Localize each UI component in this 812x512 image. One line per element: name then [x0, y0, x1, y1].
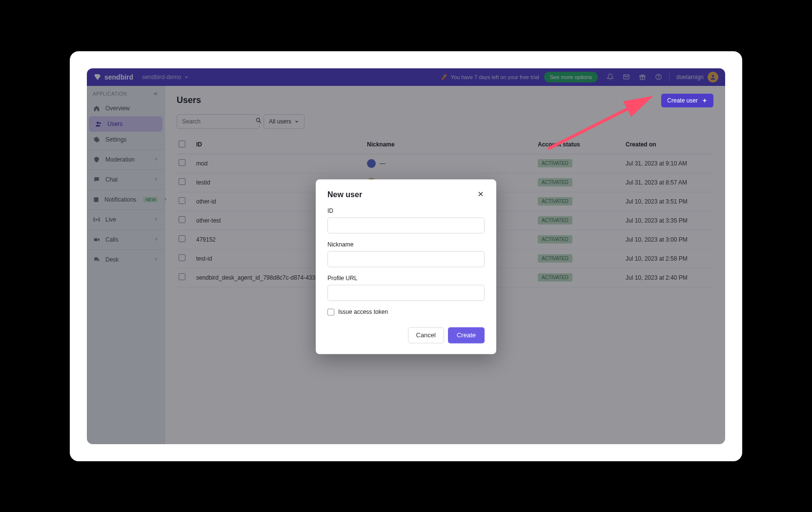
issue-token-checkbox[interactable] — [327, 308, 334, 315]
create-user-button[interactable]: Create user — [661, 94, 713, 107]
issue-token-label: Issue access token — [338, 308, 388, 315]
new-user-modal: New user ID Nickname Profile URL Issue a… — [316, 179, 496, 354]
create-button[interactable]: Create — [448, 327, 485, 343]
cancel-button[interactable]: Cancel — [408, 327, 444, 343]
close-icon[interactable] — [477, 190, 485, 200]
nickname-input[interactable] — [327, 251, 485, 267]
profile-url-label: Profile URL — [327, 275, 485, 282]
nickname-label: Nickname — [327, 241, 485, 248]
id-input[interactable] — [327, 217, 485, 233]
profile-url-input[interactable] — [327, 285, 485, 301]
id-label: ID — [327, 207, 485, 214]
modal-title: New user — [327, 190, 362, 199]
plus-icon — [702, 98, 708, 103]
